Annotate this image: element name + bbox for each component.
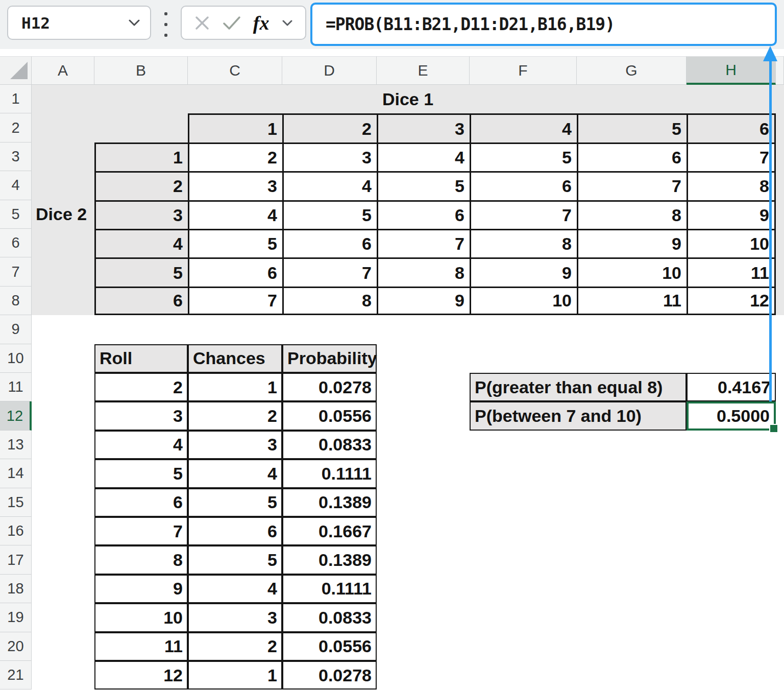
row-header-15[interactable]: 15 <box>0 488 32 517</box>
row-header-18[interactable]: 18 <box>0 575 32 603</box>
row-header-4[interactable]: 4 <box>0 171 32 200</box>
sum-cell-r4-c2[interactable]: 6 <box>282 229 377 257</box>
sum-cell-r1-c5[interactable]: 6 <box>577 142 687 171</box>
dist-cell-r11-c3[interactable]: 0.0278 <box>282 373 377 401</box>
insert-function-icon[interactable]: fx <box>253 13 270 33</box>
sum-cell-r5-c4[interactable]: 9 <box>470 257 577 286</box>
sum-cell-r3-c6[interactable]: 9 <box>687 200 776 229</box>
sum-cell-r1-c6[interactable]: 7 <box>687 142 776 171</box>
col-header-D[interactable]: D <box>282 56 377 85</box>
sum-cell-r2-c5[interactable]: 7 <box>577 171 687 200</box>
dist-cell-r15-c3[interactable]: 0.1389 <box>282 488 377 517</box>
select-all-button[interactable] <box>0 56 32 85</box>
row-header-7[interactable]: 7 <box>0 257 32 286</box>
dist-cell-r13-c1[interactable]: 4 <box>94 431 188 459</box>
dist-cell-r20-c1[interactable]: 11 <box>94 632 188 661</box>
sum-cell-r4-c3[interactable]: 7 <box>377 229 470 257</box>
row-header-9[interactable]: 9 <box>0 315 32 344</box>
dist-cell-r13-c3[interactable]: 0.0833 <box>282 431 377 459</box>
dist-cell-r17-c1[interactable]: 8 <box>94 545 188 574</box>
dist-cell-r11-c2[interactable]: 1 <box>188 373 282 401</box>
sum-cell-r3-c4[interactable]: 7 <box>470 200 577 229</box>
row-header-2[interactable]: 2 <box>0 113 32 142</box>
dice1-header-2[interactable]: 2 <box>282 113 377 142</box>
dice2-header-3[interactable]: 3 <box>94 200 188 229</box>
dist-cell-r16-c3[interactable]: 0.1667 <box>282 517 377 545</box>
sum-cell-r4-c5[interactable]: 9 <box>577 229 687 257</box>
dist-cell-r20-c3[interactable]: 0.0556 <box>282 632 377 661</box>
row-header-21[interactable]: 21 <box>0 661 32 689</box>
sum-cell-r5-c2[interactable]: 7 <box>282 257 377 286</box>
dist-cell-r18-c1[interactable]: 9 <box>94 575 188 603</box>
sum-cell-r2-c6[interactable]: 8 <box>687 171 776 200</box>
dist-cell-r15-c2[interactable]: 5 <box>188 488 282 517</box>
dist-cell-r18-c3[interactable]: 0.1111 <box>282 575 377 603</box>
sum-cell-r6-c5[interactable]: 11 <box>577 287 687 315</box>
result-value-1[interactable]: 0.4167 <box>687 373 776 401</box>
row-header-10[interactable]: 10 <box>0 344 32 373</box>
sum-cell-r1-c3[interactable]: 4 <box>377 142 470 171</box>
col-header-F[interactable]: F <box>470 56 577 85</box>
dist-cell-r16-c2[interactable]: 6 <box>188 517 282 545</box>
sum-cell-r1-c1[interactable]: 2 <box>188 142 282 171</box>
name-box[interactable]: H12 <box>7 6 151 40</box>
dist-cell-r14-c1[interactable]: 5 <box>94 459 188 488</box>
dist-cell-r19-c3[interactable]: 0.0833 <box>282 603 377 632</box>
dice1-header-4[interactable]: 4 <box>470 113 577 142</box>
sum-cell-r2-c1[interactable]: 3 <box>188 171 282 200</box>
dice2-header-4[interactable]: 4 <box>94 229 188 257</box>
dice2-header-5[interactable]: 5 <box>94 257 188 286</box>
dist-cell-r12-c3[interactable]: 0.0556 <box>282 401 377 430</box>
row-header-19[interactable]: 19 <box>0 603 32 632</box>
col-header-B[interactable]: B <box>94 56 188 85</box>
sum-cell-r2-c4[interactable]: 6 <box>470 171 577 200</box>
cancel-icon[interactable] <box>194 15 210 31</box>
dist-cell-r12-c1[interactable]: 3 <box>94 401 188 430</box>
row-header-12[interactable]: 12 <box>0 401 32 430</box>
row-header-6[interactable]: 6 <box>0 229 32 257</box>
result-value-2-selected-cell[interactable]: 0.5000 <box>687 401 776 430</box>
drag-handle-icon[interactable] <box>164 12 168 37</box>
dice1-header-1[interactable]: 1 <box>188 113 282 142</box>
dist-cell-r20-c2[interactable]: 2 <box>188 632 282 661</box>
sum-cell-r5-c5[interactable]: 10 <box>577 257 687 286</box>
dice2-header-1[interactable]: 1 <box>94 142 188 171</box>
sum-cell-r2-c2[interactable]: 4 <box>282 171 377 200</box>
sum-cell-r3-c3[interactable]: 6 <box>377 200 470 229</box>
sum-cell-r4-c1[interactable]: 5 <box>188 229 282 257</box>
chevron-down-icon[interactable] <box>282 20 292 26</box>
enter-icon[interactable] <box>223 16 240 30</box>
row-header-3[interactable]: 3 <box>0 142 32 171</box>
dice1-header-5[interactable]: 5 <box>577 113 687 142</box>
dist-cell-r14-c2[interactable]: 4 <box>188 459 282 488</box>
sum-cell-r1-c4[interactable]: 5 <box>470 142 577 171</box>
sum-cell-r6-c6[interactable]: 12 <box>687 287 776 315</box>
dice1-header-6[interactable]: 6 <box>687 113 776 142</box>
dist-cell-r18-c2[interactable]: 4 <box>188 575 282 603</box>
sum-cell-r1-c2[interactable]: 3 <box>282 142 377 171</box>
row-header-16[interactable]: 16 <box>0 517 32 545</box>
col-header-H[interactable]: H <box>687 56 776 85</box>
dist-cell-r14-c3[interactable]: 0.1111 <box>282 459 377 488</box>
dist-cell-r17-c2[interactable]: 5 <box>188 545 282 574</box>
dist-cell-r21-c2[interactable]: 1 <box>188 661 282 689</box>
dist-cell-r21-c1[interactable]: 12 <box>94 661 188 689</box>
sum-cell-r4-c6[interactable]: 10 <box>687 229 776 257</box>
row-header-5[interactable]: 5 <box>0 200 32 229</box>
dist-cell-r19-c2[interactable]: 3 <box>188 603 282 632</box>
sum-cell-r6-c4[interactable]: 10 <box>470 287 577 315</box>
sum-cell-r5-c3[interactable]: 8 <box>377 257 470 286</box>
dice2-header-6[interactable]: 6 <box>94 287 188 315</box>
dist-cell-r12-c2[interactable]: 2 <box>188 401 282 430</box>
row-header-11[interactable]: 11 <box>0 373 32 401</box>
sum-cell-r3-c1[interactable]: 4 <box>188 200 282 229</box>
dist-cell-r13-c2[interactable]: 3 <box>188 431 282 459</box>
row-header-8[interactable]: 8 <box>0 287 32 315</box>
dist-cell-r21-c3[interactable]: 0.0278 <box>282 661 377 689</box>
col-header-E[interactable]: E <box>377 56 470 85</box>
row-header-20[interactable]: 20 <box>0 632 32 661</box>
dist-cell-r16-c1[interactable]: 7 <box>94 517 188 545</box>
col-header-A[interactable]: A <box>32 56 94 85</box>
sum-cell-r3-c5[interactable]: 8 <box>577 200 687 229</box>
sum-cell-r5-c1[interactable]: 6 <box>188 257 282 286</box>
